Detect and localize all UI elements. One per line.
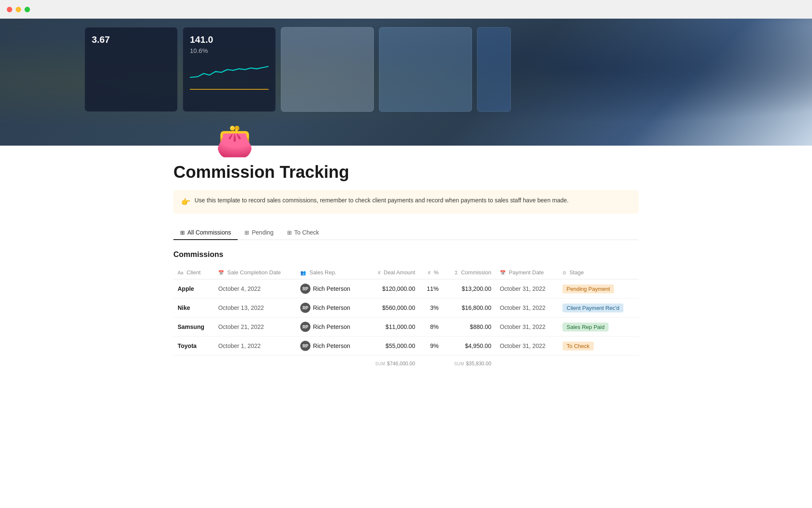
sum-row: SUM$746,000.00 SUM$35,830.00 xyxy=(173,356,639,371)
sum-commission: SUM$35,830.00 xyxy=(443,356,496,371)
col-rep-icon: 👥 xyxy=(300,270,306,275)
hero-blocks: 3.67 141.0 10.6% xyxy=(85,27,812,146)
cell-rep-3: RP Rich Peterson xyxy=(296,337,363,356)
cell-stage-3: To Check xyxy=(558,337,639,356)
col-paydate-icon: 📅 xyxy=(500,270,506,275)
cell-client-1: Nike xyxy=(173,298,214,318)
notice-icon: 👉 xyxy=(181,196,190,208)
hero-stat-1: 3.67 xyxy=(92,34,170,45)
table-row: Apple October 4, 2022 RP Rich Peterson $… xyxy=(173,279,639,298)
cell-client-3: Toyota xyxy=(173,337,214,356)
stage-badge-1: Client Payment Rec'd xyxy=(562,304,624,312)
hero-sparkline xyxy=(190,61,269,82)
tab-all-commissions[interactable]: ⊞ All Commissions xyxy=(173,226,238,240)
tab-pending-icon: ⊞ xyxy=(244,229,249,236)
avatar-3: RP xyxy=(300,341,310,351)
col-sales-rep: 👥 Sales Rep. xyxy=(296,266,363,279)
cell-deal-1: $560,000.00 xyxy=(363,298,419,318)
notice-box: 👉 Use this template to record sales comm… xyxy=(173,190,639,214)
hero-block-2: 141.0 10.6% xyxy=(183,27,276,112)
col-payment-date: 📅 Payment Date xyxy=(496,266,558,279)
stage-badge-0: Pending Payment xyxy=(562,284,614,293)
tab-check-label: To Check xyxy=(294,229,319,236)
fullscreen-dot[interactable] xyxy=(25,7,30,12)
hero-stat-2-sub: 10.6% xyxy=(190,47,269,54)
tab-pending-label: Pending xyxy=(252,229,273,236)
tab-all-label: All Commissions xyxy=(187,229,231,236)
col-pct: # % xyxy=(420,266,443,279)
avatar-2: RP xyxy=(300,322,310,332)
cell-deal-0: $120,000.00 xyxy=(363,279,419,298)
section-title: Commissions xyxy=(173,250,639,259)
cell-date-2: October 21, 2022 xyxy=(214,318,296,337)
sum-deal: SUM$746,000.00 xyxy=(363,356,419,371)
cell-rep-1: RP Rich Peterson xyxy=(296,298,363,318)
table-row: Toyota October 1, 2022 RP Rich Peterson … xyxy=(173,337,639,356)
tab-to-check[interactable]: ⊞ To Check xyxy=(280,226,326,240)
tab-check-icon: ⊞ xyxy=(287,229,292,236)
tabs-bar: ⊞ All Commissions ⊞ Pending ⊞ To Check xyxy=(173,226,639,240)
cell-paydate-2: October 31, 2022 xyxy=(496,318,558,337)
cell-date-0: October 4, 2022 xyxy=(214,279,296,298)
col-stage: ⊙ Stage xyxy=(558,266,639,279)
hero-block-3 xyxy=(281,27,374,112)
cell-client-0: Apple xyxy=(173,279,214,298)
col-deal-amount: # Deal Amount xyxy=(363,266,419,279)
col-pct-icon: # xyxy=(428,270,431,275)
cell-pct-0: 11% xyxy=(420,279,443,298)
col-stage-icon: ⊙ xyxy=(562,270,566,275)
cell-date-1: October 13, 2022 xyxy=(214,298,296,318)
close-dot[interactable] xyxy=(7,7,12,12)
hero-banner: 3.67 141.0 10.6% xyxy=(0,19,812,146)
cell-commission-1: $16,800.00 xyxy=(443,298,496,318)
cell-commission-3: $4,950.00 xyxy=(443,337,496,356)
cell-deal-2: $11,000.00 xyxy=(363,318,419,337)
hero-stat-2: 141.0 xyxy=(190,34,269,45)
cell-paydate-3: October 31, 2022 xyxy=(496,337,558,356)
cell-paydate-1: October 31, 2022 xyxy=(496,298,558,318)
col-date-icon: 📅 xyxy=(218,270,224,275)
col-client-icon: Aa xyxy=(178,270,183,275)
col-deal-icon: # xyxy=(378,270,381,275)
page-title: Commission Tracking xyxy=(173,163,639,182)
hero-gold-line xyxy=(190,85,269,94)
cell-commission-2: $880.00 xyxy=(443,318,496,337)
table-header-row: Aa Client 📅 Sale Completion Date 👥 Sales… xyxy=(173,266,639,279)
minimize-dot[interactable] xyxy=(16,7,21,12)
cell-deal-3: $55,000.00 xyxy=(363,337,419,356)
cell-rep-2: RP Rich Peterson xyxy=(296,318,363,337)
table-row: Nike October 13, 2022 RP Rich Peterson $… xyxy=(173,298,639,318)
cell-pct-1: 3% xyxy=(420,298,443,318)
hero-block-1: 3.67 xyxy=(85,27,178,112)
avatar-1: RP xyxy=(300,303,310,313)
titlebar xyxy=(0,0,812,19)
stage-badge-3: To Check xyxy=(562,342,594,351)
cell-rep-0: RP Rich Peterson xyxy=(296,279,363,298)
notice-text: Use this template to record sales commis… xyxy=(195,196,569,205)
page-content: 👛 Commission Tracking 👉 Use this templat… xyxy=(131,146,681,396)
hero-block-5 xyxy=(477,27,511,112)
cell-commission-0: $13,200.00 xyxy=(443,279,496,298)
col-commission: Σ Commission xyxy=(443,266,496,279)
hero-block-4 xyxy=(379,27,472,112)
tab-pending[interactable]: ⊞ Pending xyxy=(238,226,280,240)
tab-all-icon: ⊞ xyxy=(180,229,185,236)
cell-stage-1: Client Payment Rec'd xyxy=(558,298,639,318)
col-client: Aa Client xyxy=(173,266,214,279)
stage-badge-2: Sales Rep Paid xyxy=(562,323,609,331)
col-comm-icon: Σ xyxy=(455,270,458,275)
page-icon: 👛 xyxy=(216,125,254,156)
cell-client-2: Samsung xyxy=(173,318,214,337)
cell-pct-2: 8% xyxy=(420,318,443,337)
cell-stage-2: Sales Rep Paid xyxy=(558,318,639,337)
cell-paydate-0: October 31, 2022 xyxy=(496,279,558,298)
col-sale-date: 📅 Sale Completion Date xyxy=(214,266,296,279)
table-row: Samsung October 21, 2022 RP Rich Peterso… xyxy=(173,318,639,337)
cell-pct-3: 9% xyxy=(420,337,443,356)
cell-stage-0: Pending Payment xyxy=(558,279,639,298)
avatar-0: RP xyxy=(300,284,310,294)
commissions-table: Aa Client 📅 Sale Completion Date 👥 Sales… xyxy=(173,266,639,371)
cell-date-3: October 1, 2022 xyxy=(214,337,296,356)
